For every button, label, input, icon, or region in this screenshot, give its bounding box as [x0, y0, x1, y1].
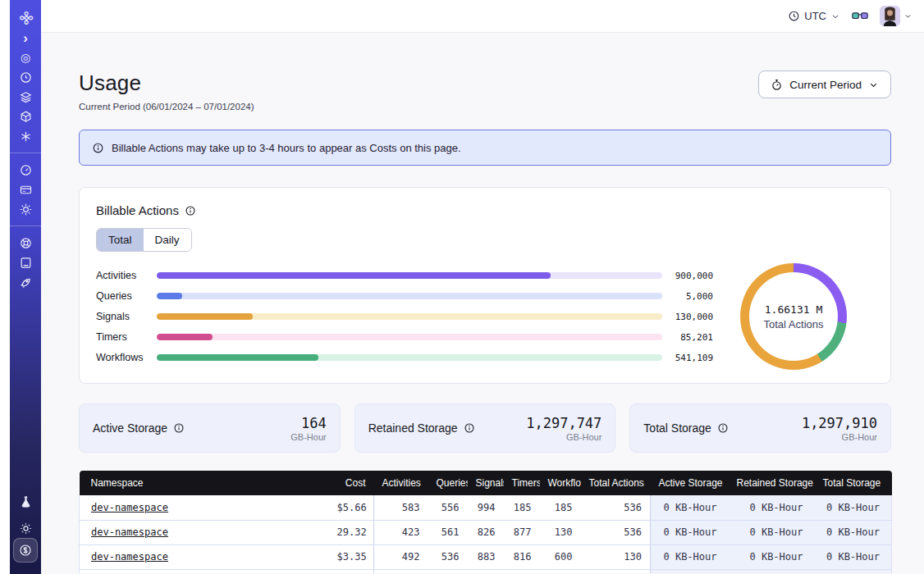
labs-flask-icon[interactable]: [16, 492, 35, 512]
storage-summary-row: Active Storage 164 GB-Hour Retained Stor…: [79, 403, 891, 453]
cell-queries: 536: [428, 544, 468, 569]
support-lifebuoy-icon[interactable]: [16, 233, 35, 253]
chevron-down-icon: [868, 80, 879, 90]
cell-cost: $5.66: [329, 495, 374, 520]
namespace-usage-table: Namespace Cost Activities Queries Signal…: [79, 471, 892, 573]
col-queries: Queries: [428, 471, 468, 495]
cube-icon[interactable]: [16, 107, 35, 126]
cell-activities: 423: [374, 520, 428, 544]
cell-signals: 994: [468, 495, 504, 520]
cell-signals: 826: [468, 520, 504, 544]
cell-queries: 556: [428, 495, 468, 520]
col-cost: Cost: [329, 471, 374, 495]
costs-dollar-icon[interactable]: [13, 538, 38, 563]
cell-active-storage: 0 KB-Hour: [651, 544, 729, 569]
cell-total-storage: 0 KB-Hour: [815, 495, 892, 520]
donut-center: 1.66131 M Total Actions: [740, 263, 847, 370]
total-storage-card: Total Storage 1,297,910 GB-Hour: [629, 403, 891, 453]
cell-retained-storage: 0 KB-Hour: [729, 520, 815, 544]
tab-total[interactable]: Total: [97, 229, 144, 251]
bar-value: 900,000: [662, 271, 713, 281]
table-row: dev-namespace 29.32 423 561 826 877 130 …: [80, 520, 892, 544]
rocket-icon[interactable]: [16, 272, 35, 292]
col-timers: Timers: [504, 471, 540, 495]
total-daily-toggle: Total Daily: [96, 228, 192, 252]
bar-chart: Activities 900,000 Queries 5,000 Signals: [96, 266, 713, 368]
table-header-row: Namespace Cost Activities Queries Signal…: [80, 471, 892, 495]
nexus-asterisk-icon[interactable]: [16, 126, 35, 146]
billing-card-icon[interactable]: [16, 180, 35, 199]
cell-queries: 561: [428, 520, 468, 544]
cell-retained-storage: 0 KB-Hour: [729, 495, 815, 520]
chevron-down-icon: [830, 11, 840, 21]
tab-daily[interactable]: Daily: [144, 229, 191, 251]
timezone-selector[interactable]: UTC: [788, 10, 840, 22]
cell-total-actions: 536: [581, 495, 651, 520]
page-content: Usage Current Period (06/01/2024 – 07/01…: [41, 71, 924, 573]
bar-label: Activities: [96, 270, 157, 281]
layers-stack-icon[interactable]: [16, 87, 35, 107]
chevron-down-icon: [903, 11, 913, 20]
usage-gauge-icon[interactable]: [16, 160, 35, 180]
namespace-link[interactable]: dev-namespace: [91, 551, 168, 563]
retained-storage-card: Retained Storage 1,297,747 GB-Hour: [355, 403, 616, 453]
table-row-partial: [80, 569, 892, 573]
total-storage-label: Total Storage: [643, 421, 711, 435]
col-total-actions: Total Actions: [581, 471, 651, 495]
cell-total-actions: 536: [581, 520, 651, 544]
bar-value: 541,109: [662, 353, 713, 363]
bar-track: [157, 354, 662, 361]
main-area: UTC Usage Current Period (06/01/2024 – 0…: [41, 0, 924, 574]
sidebar-divider: [10, 153, 41, 153]
col-signals: Signals: [468, 471, 504, 495]
docs-book-icon[interactable]: [16, 253, 35, 272]
active-storage-card: Active Storage 164 GB-Hour: [79, 403, 341, 453]
billable-actions-chart: Activities 900,000 Queries 5,000 Signals: [96, 263, 874, 370]
theme-sun-icon[interactable]: [16, 518, 35, 538]
namespace-link[interactable]: dev-namespace: [91, 526, 168, 538]
total-actions-donut: 1.66131 M Total Actions: [740, 263, 847, 370]
cell-active-storage: 0 KB-Hour: [651, 495, 729, 520]
user-menu[interactable]: [880, 6, 913, 26]
bar-row-timers: Timers 85,201: [96, 327, 713, 348]
cell-timers: 816: [504, 544, 540, 569]
period-button-label: Current Period: [789, 79, 862, 91]
total-storage-unit: GB-Hour: [802, 432, 877, 442]
active-storage-value: 164: [290, 415, 326, 431]
cell-workflows: 185: [540, 495, 581, 520]
total-actions-value: 1.66131 M: [765, 303, 822, 316]
temporal-logo-icon[interactable]: ⌘: [16, 8, 35, 28]
bar-row-workflows: Workflows 541,109: [96, 348, 713, 368]
namespace-link[interactable]: dev-namespace: [91, 502, 168, 513]
info-icon[interactable]: [464, 422, 475, 434]
cell-workflows: 130: [540, 520, 581, 544]
info-icon[interactable]: [173, 422, 185, 434]
info-icon[interactable]: [717, 422, 729, 434]
period-selector-button[interactable]: Current Period: [758, 71, 891, 98]
info-icon: [92, 142, 104, 154]
info-icon[interactable]: [185, 205, 196, 216]
glasses-icon[interactable]: [852, 11, 868, 22]
clock-icon: [788, 10, 800, 22]
bar-fill: [157, 313, 253, 320]
bar-value: 85,201: [662, 332, 713, 343]
namespaces-spiral-icon[interactable]: ◎: [16, 48, 35, 67]
sidebar: ⌘ › ◎: [10, 0, 41, 574]
bar-track: [157, 334, 662, 340]
retained-storage-label: Retained Storage: [368, 421, 458, 435]
bar-fill: [157, 293, 182, 299]
bar-label: Queries: [96, 290, 157, 302]
history-clock-icon[interactable]: [16, 67, 35, 87]
retained-storage-unit: GB-Hour: [526, 432, 602, 442]
collapse-chevron-icon[interactable]: ›: [16, 28, 35, 48]
cell-cost: 29.32: [329, 520, 374, 544]
bar-fill: [157, 354, 318, 361]
cell-workflows: 600: [540, 544, 581, 569]
col-workflows: Workflows: [540, 471, 581, 495]
bar-label: Timers: [96, 331, 157, 343]
topbar: UTC: [41, 0, 924, 33]
bar-fill: [157, 272, 551, 279]
col-retained-storage: Retained Storage: [729, 471, 815, 495]
settings-gear-icon[interactable]: [16, 199, 35, 219]
donut-zone: 1.66131 M Total Actions: [713, 263, 874, 370]
